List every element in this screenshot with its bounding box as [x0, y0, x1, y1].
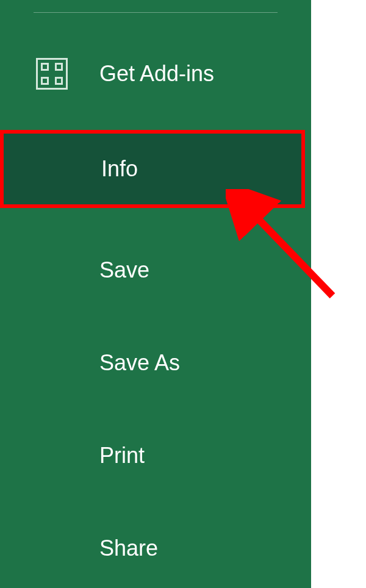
- menu-item-label: Info: [101, 156, 138, 182]
- menu-item-info[interactable]: Info: [0, 130, 305, 208]
- menu-item-save[interactable]: Save: [0, 240, 311, 301]
- menu-item-label: Print: [99, 443, 145, 468]
- menu-item-print[interactable]: Print: [0, 425, 311, 486]
- backstage-sidebar: Get Add-ins Info Save Save As Print Shar…: [0, 0, 311, 588]
- addins-icon: [34, 56, 70, 92]
- menu-item-get-addins[interactable]: Get Add-ins: [0, 43, 311, 104]
- divider: [34, 12, 278, 13]
- menu-item-share[interactable]: Share: [0, 518, 311, 579]
- menu-item-save-as[interactable]: Save As: [0, 332, 311, 393]
- menu-item-label: Save: [99, 257, 149, 283]
- menu-item-label: Share: [99, 536, 158, 561]
- menu-item-label: Save As: [99, 350, 180, 376]
- menu-item-label: Get Add-ins: [99, 61, 214, 87]
